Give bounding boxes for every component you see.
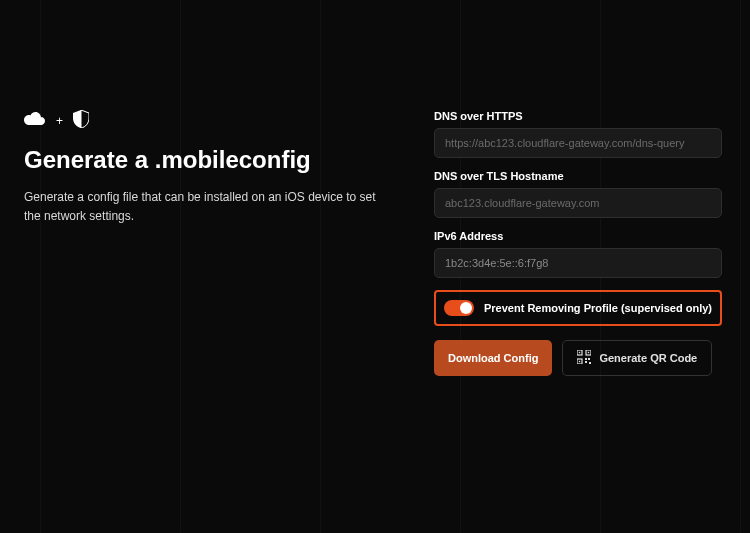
plus-icon: +: [56, 114, 63, 128]
left-panel: + Generate a .mobileconfig Generate a co…: [24, 110, 394, 376]
cloud-icon: [24, 112, 46, 130]
page-title: Generate a .mobileconfig: [24, 146, 394, 174]
dns-tls-label: DNS over TLS Hostname: [434, 170, 722, 182]
svg-rect-3: [588, 352, 589, 353]
dns-tls-input[interactable]: [434, 188, 722, 218]
svg-rect-1: [579, 352, 580, 353]
prevent-remove-toggle[interactable]: [444, 300, 474, 316]
svg-rect-6: [585, 358, 587, 360]
toggle-knob: [460, 302, 472, 314]
download-config-button[interactable]: Download Config: [434, 340, 552, 376]
logo-row: +: [24, 110, 394, 132]
ipv6-input[interactable]: [434, 248, 722, 278]
svg-rect-9: [589, 362, 591, 364]
prevent-remove-row: Prevent Removing Profile (supervised onl…: [434, 290, 722, 326]
ipv6-field: IPv6 Address: [434, 230, 722, 278]
svg-rect-7: [588, 358, 590, 360]
dns-tls-field: DNS over TLS Hostname: [434, 170, 722, 218]
download-config-label: Download Config: [448, 352, 538, 364]
generate-qr-button[interactable]: Generate QR Code: [562, 340, 712, 376]
page-description: Generate a config file that can be insta…: [24, 188, 394, 225]
form-panel: DNS over HTTPS DNS over TLS Hostname IPv…: [434, 110, 722, 376]
generate-qr-label: Generate QR Code: [599, 352, 697, 364]
qr-icon: [577, 350, 591, 366]
dns-https-label: DNS over HTTPS: [434, 110, 722, 122]
prevent-remove-label: Prevent Removing Profile (supervised onl…: [484, 302, 712, 314]
dns-https-field: DNS over HTTPS: [434, 110, 722, 158]
dns-https-input[interactable]: [434, 128, 722, 158]
svg-rect-8: [585, 361, 587, 363]
ipv6-label: IPv6 Address: [434, 230, 722, 242]
svg-rect-5: [579, 361, 580, 362]
shield-icon: [73, 110, 89, 132]
main-container: + Generate a .mobileconfig Generate a co…: [0, 0, 750, 404]
button-row: Download Config: [434, 340, 722, 376]
